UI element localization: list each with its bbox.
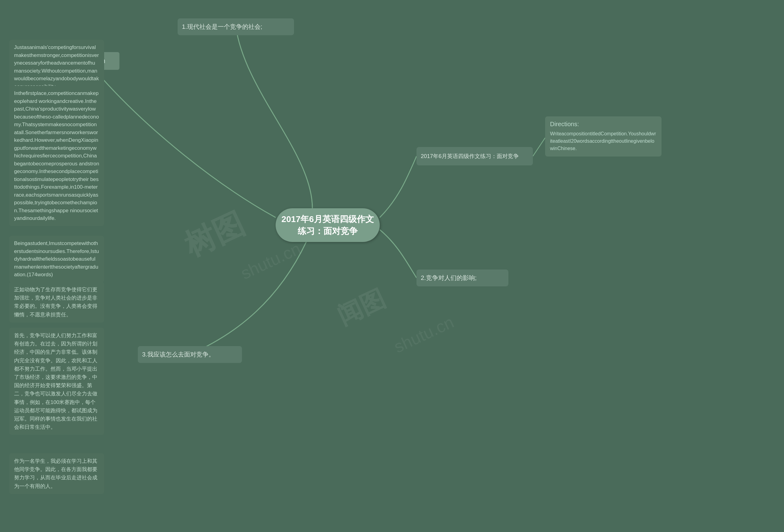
cn-text-box-2-content: 首先，竞争可以使人们努力工作和富有创造力。在过去，因为所谓的计划经济，中国的生产…: [14, 331, 99, 431]
branch-top: 1.现代社会是一个竞争的社会;: [178, 18, 294, 35]
text-box-3: Beingastudent,Imustcompetewithotherstude…: [9, 236, 104, 282]
cn-text-box-2: 首先，竞争可以使人们努力工作和富有创造力。在过去，因为所谓的计划经济，中国的生产…: [9, 328, 104, 435]
cn-text-box-3-content: 作为一名学生，我必须在学习上和其他同学竞争。因此，在各方面我都要努力学习，从而在…: [14, 457, 99, 491]
branch-bottom: 3.我应该怎么去面对竞争。: [138, 346, 242, 363]
watermark-main2: 闻图: [332, 282, 391, 333]
text-box-3-content: Beingastudent,Imustcompetewithotherstude…: [14, 240, 99, 279]
center-node-text: 2017年6月英语四级作文 练习：面对竞争: [281, 213, 374, 237]
directions-title: Directions:: [550, 121, 656, 128]
branch-right-top-text: 2017年6月英语四级作文练习：面对竞争: [421, 152, 519, 160]
directions-text: WriteacompositiontitledCompetition.Yoush…: [550, 130, 656, 152]
cn-text-box-1: 正如动物为了生存而竞争使得它们更加强壮，竞争对人类社会的进步是非常必要的。没有竞…: [9, 282, 104, 323]
center-node: 2017年6月英语四级作文 练习：面对竞争: [276, 208, 380, 242]
cn-text-box-1-content: 正如动物为了生存而竞争使得它们更加强壮，竞争对人类社会的进步是非常必要的。没有竞…: [14, 285, 99, 319]
branch-right-bottom: 2.竞争对人们的影响;: [417, 270, 508, 286]
cn-text-box-3: 作为一名学生，我必须在学习上和其他同学竞争。因此，在各方面我都要努力学习，从而在…: [9, 453, 104, 494]
text-box-1-content: Justasanimals'competingforsurvivalmakest…: [14, 44, 99, 90]
directions-box: Directions: WriteacompositiontitledCompe…: [545, 116, 662, 157]
branch-top-text: 1.现代社会是一个竞争的社会;: [182, 23, 262, 31]
text-box-2-content: Inthefirstplace,competitioncanmakepeople…: [14, 89, 99, 222]
branch-right-bottom-text: 2.竞争对人们的影响;: [421, 274, 477, 282]
watermark-sub: shutu.cn: [237, 239, 304, 283]
watermark-sub2: shutu.cn: [391, 312, 457, 357]
text-box-2: Inthefirstplace,competitioncanmakepeople…: [9, 86, 104, 226]
branch-bottom-text: 3.我应该怎么去面对竞争。: [142, 351, 215, 359]
watermark-main: 树图: [178, 203, 251, 267]
branch-right-top: 2017年6月英语四级作文练习：面对竞争: [417, 147, 533, 165]
